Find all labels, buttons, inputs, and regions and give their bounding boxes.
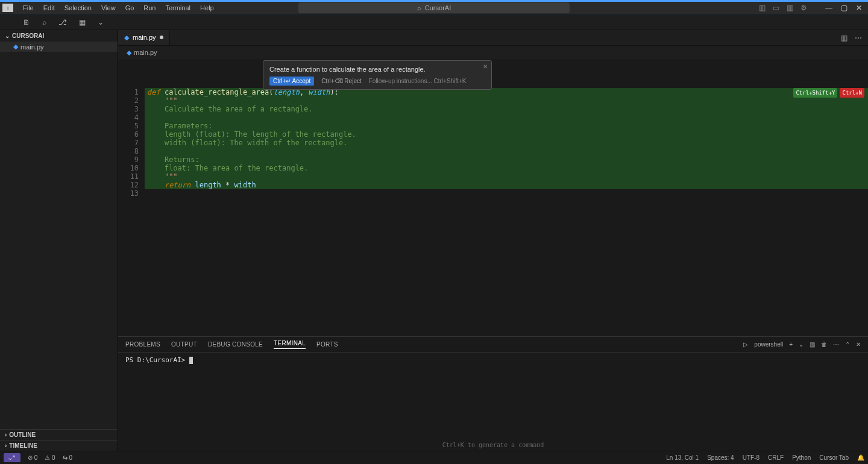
sidebar-root[interactable]: ⌄ CURSORAI bbox=[0, 30, 118, 42]
chevron-up-icon[interactable]: ⌃ bbox=[845, 341, 850, 348]
status-language[interactable]: Python bbox=[792, 454, 811, 461]
menubar: I FileEditSelectionViewGoRunTerminalHelp… bbox=[0, 0, 868, 14]
status-ports[interactable]: ⇆ 0 bbox=[63, 454, 72, 461]
source-control-icon[interactable]: ⎇ bbox=[58, 18, 67, 27]
window-controls: — ▢ ✕ bbox=[825, 4, 862, 12]
chevron-down-icon: ⌄ bbox=[5, 33, 10, 39]
code-editor[interactable]: 12345678910111213 Ctrl+Shift+Y Ctrl+N de… bbox=[118, 59, 868, 336]
dirty-indicator bbox=[160, 36, 163, 39]
menu-item-file[interactable]: File bbox=[18, 2, 39, 14]
status-warnings[interactable]: ⚠ 0 bbox=[45, 454, 55, 461]
command-center[interactable]: ⌕ CursorAI bbox=[298, 2, 570, 13]
bell-icon[interactable]: 🔔 bbox=[857, 454, 864, 461]
python-file-icon: ◆ bbox=[127, 49, 131, 57]
command-center-label: CursorAI bbox=[425, 4, 451, 11]
panel-tabs: PROBLEMSOUTPUTDEBUG CONSOLETERMINALPORTS… bbox=[118, 337, 868, 353]
status-cursor-pos[interactable]: Ln 13, Col 1 bbox=[666, 454, 699, 461]
tab-main[interactable]: ◆ main.py bbox=[118, 30, 170, 45]
more-icon[interactable]: ⋯ bbox=[855, 34, 862, 42]
chevron-down-icon[interactable]: ⌄ bbox=[98, 18, 104, 27]
new-file-icon[interactable]: 🗎 bbox=[23, 18, 30, 27]
panel-actions: ▷ powershell + ⌄ ▥ 🗑 ⋯ ⌃ ✕ bbox=[743, 341, 861, 348]
statusbar: ⌵⌃ ⊘ 0 ⚠ 0 ⇆ 0 Ln 13, Col 1 Spaces: 4 UT… bbox=[0, 451, 868, 464]
sidebar-timeline-label: TIMELINE bbox=[9, 442, 37, 449]
terminal-prompt: PS D:\CursorAI> bbox=[125, 356, 189, 364]
explorer-actions: 🗎 ⌕ ⎇ ▦ ⌄ bbox=[0, 14, 868, 30]
app-logo: I bbox=[2, 4, 13, 12]
main-split: ⌄ CURSORAI ◆ main.py › OUTLINE › TIMELIN… bbox=[0, 30, 868, 451]
reject-all-badge[interactable]: Ctrl+N bbox=[840, 88, 864, 98]
status-cursor-tab[interactable]: Cursor Tab bbox=[819, 454, 849, 461]
ai-prompt-text: Create a function to calculate the area … bbox=[269, 66, 485, 73]
python-file-icon: ◆ bbox=[124, 34, 129, 42]
ai-inline-popup: ✕ Create a function to calculate the are… bbox=[263, 60, 492, 90]
remote-indicator[interactable]: ⌵⌃ bbox=[4, 453, 20, 462]
terminal-profile-icon[interactable]: ▷ bbox=[743, 341, 748, 348]
panel-tab-debug-console[interactable]: DEBUG CONSOLE bbox=[208, 341, 263, 348]
breadcrumb[interactable]: ◆ main.py bbox=[118, 46, 868, 59]
menu-item-terminal[interactable]: Terminal bbox=[161, 2, 196, 14]
search-icon[interactable]: ⌕ bbox=[42, 18, 46, 27]
status-encoding[interactable]: UTF-8 bbox=[743, 454, 760, 461]
accept-button[interactable]: Ctrl+↵ Accept bbox=[269, 77, 314, 86]
diff-hint-badges: Ctrl+Shift+Y Ctrl+N bbox=[793, 88, 864, 98]
terminal-cursor bbox=[189, 357, 193, 364]
bottom-panel: PROBLEMSOUTPUTDEBUG CONSOLETERMINALPORTS… bbox=[118, 336, 868, 451]
close-icon[interactable]: ✕ bbox=[483, 63, 488, 70]
terminal-shell-label: powershell bbox=[754, 341, 783, 348]
close-icon[interactable]: ✕ bbox=[856, 4, 862, 12]
layout-panel-icon[interactable]: ▭ bbox=[773, 4, 779, 12]
menu-item-help[interactable]: Help bbox=[195, 2, 219, 14]
split-editor-icon[interactable]: ▥ bbox=[841, 34, 848, 42]
chevron-right-icon: › bbox=[5, 431, 7, 438]
chevron-right-icon: › bbox=[5, 442, 7, 449]
minimize-icon[interactable]: — bbox=[825, 4, 832, 12]
status-errors[interactable]: ⊘ 0 bbox=[28, 454, 37, 461]
tab-label: main.py bbox=[133, 34, 156, 41]
sidebar-root-label: CURSORAI bbox=[12, 33, 44, 39]
menu-item-view[interactable]: View bbox=[96, 2, 121, 14]
menu-item-run[interactable]: Run bbox=[139, 2, 160, 14]
terminal-hint: Ctrl+K to generate a command bbox=[442, 442, 544, 448]
layout-sidebar-left-icon[interactable]: ▥ bbox=[759, 4, 766, 12]
more-icon[interactable]: ⋯ bbox=[833, 341, 839, 348]
line-gutter: 12345678910111213 bbox=[118, 59, 145, 336]
panel-tab-ports[interactable]: PORTS bbox=[316, 341, 338, 348]
status-indent[interactable]: Spaces: 4 bbox=[707, 454, 734, 461]
sidebar-outline-label: OUTLINE bbox=[9, 431, 36, 438]
panel-tab-terminal[interactable]: TERMINAL bbox=[274, 340, 306, 349]
sidebar-file-main[interactable]: ◆ main.py bbox=[0, 42, 118, 52]
terminal-body[interactable]: PS D:\CursorAI> Ctrl+K to generate a com… bbox=[118, 353, 868, 451]
code-content[interactable]: Ctrl+Shift+Y Ctrl+N def calculate_rectan… bbox=[145, 59, 868, 336]
editor-body: ✕ Create a function to calculate the are… bbox=[118, 59, 868, 451]
followup-hint: Follow-up instructions... Ctrl+Shift+K bbox=[369, 78, 467, 84]
reject-button[interactable]: Ctrl+⌫ Reject bbox=[321, 78, 362, 84]
layout-sidebar-right-icon[interactable]: ▥ bbox=[787, 4, 793, 12]
sidebar-timeline[interactable]: › TIMELINE bbox=[0, 440, 118, 451]
panel-tab-output[interactable]: OUTPUT bbox=[171, 341, 197, 348]
python-file-icon: ◆ bbox=[13, 43, 18, 51]
editor-tabs: ◆ main.py ▥ ⋯ bbox=[118, 30, 868, 46]
close-icon[interactable]: ✕ bbox=[856, 341, 861, 348]
panel-tab-problems[interactable]: PROBLEMS bbox=[125, 341, 160, 348]
menu-item-go[interactable]: Go bbox=[121, 2, 139, 14]
accept-all-badge[interactable]: Ctrl+Shift+Y bbox=[793, 88, 837, 98]
search-icon: ⌕ bbox=[417, 4, 421, 11]
menu-item-edit[interactable]: Edit bbox=[39, 2, 60, 14]
titlebar-right-icons: ▥ ▭ ▥ ⚙ — ▢ ✕ bbox=[759, 4, 866, 12]
editor-area: ◆ main.py ▥ ⋯ ◆ main.py ✕ Create a funct… bbox=[118, 30, 868, 451]
extensions-icon[interactable]: ▦ bbox=[79, 18, 86, 27]
trash-icon[interactable]: 🗑 bbox=[821, 341, 827, 348]
menu-item-selection[interactable]: Selection bbox=[60, 2, 96, 14]
chevron-down-icon[interactable]: ⌄ bbox=[799, 341, 804, 348]
breadcrumb-label: main.py bbox=[134, 49, 157, 56]
sidebar-outline[interactable]: › OUTLINE bbox=[0, 429, 118, 440]
sidebar: ⌄ CURSORAI ◆ main.py › OUTLINE › TIMELIN… bbox=[0, 30, 118, 451]
gear-icon[interactable]: ⚙ bbox=[800, 4, 807, 12]
new-terminal-icon[interactable]: + bbox=[789, 341, 793, 348]
tab-actions: ▥ ⋯ bbox=[841, 30, 868, 45]
split-terminal-icon[interactable]: ▥ bbox=[810, 341, 815, 348]
maximize-icon[interactable]: ▢ bbox=[841, 4, 848, 12]
sidebar-file-label: main.py bbox=[20, 43, 44, 51]
status-eol[interactable]: CRLF bbox=[768, 454, 784, 461]
